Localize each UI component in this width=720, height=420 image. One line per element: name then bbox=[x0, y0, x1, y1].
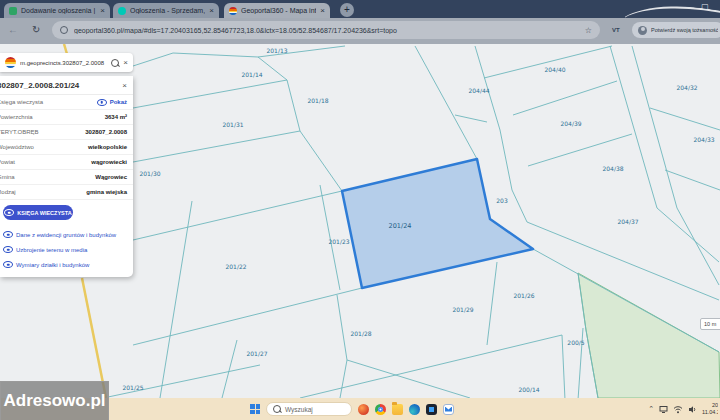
row-rodzaj: Rodzaj gmina wiejska bbox=[0, 185, 133, 200]
parcel-search-bar[interactable]: m.geoprecincts.302807_2.0008 × bbox=[0, 53, 133, 72]
parcel-id-title: 302807_2.0008.201/24 bbox=[0, 81, 79, 90]
bookmark-star-icon[interactable]: ☆ bbox=[585, 26, 592, 35]
url-text: geoportal360.pl/mapa/#dls=17.20403165,52… bbox=[74, 27, 579, 34]
virustotal-extension-icon[interactable]: VT bbox=[612, 27, 620, 33]
parcel-label: 201/23 bbox=[328, 238, 349, 245]
selected-parcel-201-24[interactable] bbox=[342, 159, 533, 288]
parcel-label: 201/31 bbox=[222, 121, 243, 128]
link-dane-ewidencji[interactable]: Dane z ewidencji gruntów i budynków bbox=[3, 227, 133, 242]
parcel-label: 204/33 bbox=[693, 136, 714, 143]
parcel-label: 204/40 bbox=[544, 66, 565, 73]
new-tab-button[interactable]: + bbox=[340, 3, 354, 17]
browser-tab-strip: Dodawanie ogłoszenia | Otod... × Ogłosze… bbox=[0, 0, 720, 18]
parcel-label: 200/14 bbox=[518, 386, 539, 393]
selected-parcel-label: 201/24 bbox=[389, 222, 412, 230]
wifi-icon[interactable] bbox=[673, 405, 683, 414]
address-bar[interactable]: geoportal360.pl/mapa/#dls=17.20403165,52… bbox=[52, 21, 600, 39]
tab-title: Dodawanie ogłoszenia | Otod... bbox=[21, 7, 96, 14]
search-clear-icon[interactable]: × bbox=[123, 59, 128, 67]
map-scale-indicator: 10 m bbox=[700, 318, 720, 330]
parcel-label: 204/32 bbox=[676, 84, 697, 91]
search-icon bbox=[273, 405, 281, 413]
parcel-label: 201/26 bbox=[513, 292, 534, 299]
tab-title: Geoportal360 - Mapa interakt... bbox=[241, 7, 316, 14]
tab-title: Ogłoszenia - Sprzedam, kupię... bbox=[130, 7, 205, 14]
taskbar-search[interactable]: Wyszukaj bbox=[266, 402, 352, 416]
profile-identity-pill[interactable]: Potwierdź swoją tożsamość bbox=[632, 22, 720, 38]
window-minimize-button[interactable]: – bbox=[680, 2, 694, 11]
parcel-label: 201/13 bbox=[266, 47, 287, 54]
eye-icon bbox=[3, 246, 13, 253]
parcel-label: 201/27 bbox=[246, 350, 267, 357]
volume-icon[interactable] bbox=[688, 405, 697, 414]
avatar bbox=[638, 26, 647, 35]
parcel-info-panel: 302807_2.0008.201/24 × Księga wieczysta … bbox=[0, 76, 133, 277]
tab-close-icon[interactable]: × bbox=[100, 7, 105, 15]
parcel-label: 201/29 bbox=[452, 306, 473, 313]
parcel-label: 201/25 bbox=[122, 384, 143, 391]
parcel-label: 204/38 bbox=[602, 165, 623, 172]
map-viewport[interactable]: 201/13201/14201/18201/31201/30204/44204/… bbox=[0, 44, 720, 398]
search-icon[interactable] bbox=[111, 59, 119, 67]
parcel-label: 201/22 bbox=[225, 263, 246, 270]
parcel-label: 201/14 bbox=[241, 71, 262, 78]
search-input[interactable]: m.geoprecincts.302807_2.0008 bbox=[20, 60, 107, 66]
parcel-label: 200/5 bbox=[567, 339, 584, 346]
otodom-favicon-icon bbox=[9, 7, 17, 15]
browser-toolbar: ← ↻ geoportal360.pl/mapa/#dls=17.2040316… bbox=[0, 18, 720, 44]
row-gmina: Gmina Wągrowiec bbox=[0, 170, 133, 185]
parcel-label: 201/30 bbox=[139, 170, 160, 177]
row-teryt-obreb: TERYT.OBRĘB 302807_2.0008 bbox=[0, 125, 133, 140]
ksiega-wieczysta-button[interactable]: KSIĘGA WIECZYSTA bbox=[3, 205, 73, 220]
tab-olx[interactable]: Ogłoszenia - Sprzedam, kupię... × bbox=[113, 3, 219, 18]
parcel-label: 201/28 bbox=[350, 330, 371, 337]
parcel-label: 203 bbox=[496, 197, 508, 204]
row-wojewodztwo: Województwo wielkopolskie bbox=[0, 140, 133, 155]
reload-button[interactable]: ↻ bbox=[32, 24, 40, 35]
tab-geoportal[interactable]: Geoportal360 - Mapa interakt... × bbox=[224, 3, 330, 18]
row-powierzchnia: Powierzchnia 3634 m² bbox=[0, 110, 133, 125]
pokaz-link[interactable]: Pokaż bbox=[97, 99, 127, 106]
parcel-label: 204/44 bbox=[468, 87, 489, 94]
olx-favicon-icon bbox=[118, 7, 126, 15]
tab-otodom[interactable]: Dodawanie ogłoszenia | Otod... × bbox=[4, 3, 110, 18]
geoportal-favicon-icon bbox=[229, 7, 237, 15]
parcel-label: 204/39 bbox=[560, 120, 581, 127]
eye-icon bbox=[3, 231, 13, 238]
site-info-icon[interactable] bbox=[60, 26, 68, 34]
parcel-label: 201/18 bbox=[307, 97, 328, 104]
back-button[interactable]: ← bbox=[8, 24, 18, 35]
link-wymiary-dzialki[interactable]: Wymiary działki i budynków bbox=[3, 257, 133, 272]
row-powiat: Powiat wągrowiecki bbox=[0, 155, 133, 170]
edge-icon[interactable] bbox=[409, 404, 420, 415]
start-button[interactable] bbox=[250, 404, 260, 414]
eye-icon bbox=[4, 209, 14, 216]
panel-close-icon[interactable]: × bbox=[122, 82, 127, 90]
device-monitor-icon[interactable] bbox=[659, 405, 668, 414]
tray-chevron-icon[interactable]: ⌃ bbox=[648, 405, 654, 413]
tab-close-icon[interactable]: × bbox=[209, 7, 214, 15]
firefox-icon[interactable] bbox=[358, 404, 369, 415]
geoportal-logo-icon bbox=[5, 57, 16, 68]
link-uzbrojenie-terenu[interactable]: Uzbrojenie terenu w media bbox=[3, 242, 133, 257]
eye-icon bbox=[97, 99, 107, 106]
adresowo-watermark: Adresowo.pl bbox=[0, 381, 109, 420]
app-dark-icon[interactable] bbox=[426, 404, 437, 415]
chrome-icon[interactable] bbox=[375, 404, 386, 415]
profile-pill-label: Potwierdź swoją tożsamość bbox=[651, 27, 718, 33]
parcel-label: 204/37 bbox=[617, 218, 638, 225]
file-explorer-icon[interactable] bbox=[392, 404, 403, 415]
eye-icon bbox=[3, 261, 13, 268]
mail-icon[interactable] bbox=[443, 404, 454, 415]
tab-close-icon[interactable]: × bbox=[320, 7, 325, 15]
tray-clock[interactable]: 20 11.04.20 bbox=[702, 402, 718, 416]
window-maximize-button[interactable]: ▢ bbox=[698, 2, 712, 11]
row-ksiega-wieczysta: Księga wieczysta Pokaż bbox=[0, 95, 133, 110]
